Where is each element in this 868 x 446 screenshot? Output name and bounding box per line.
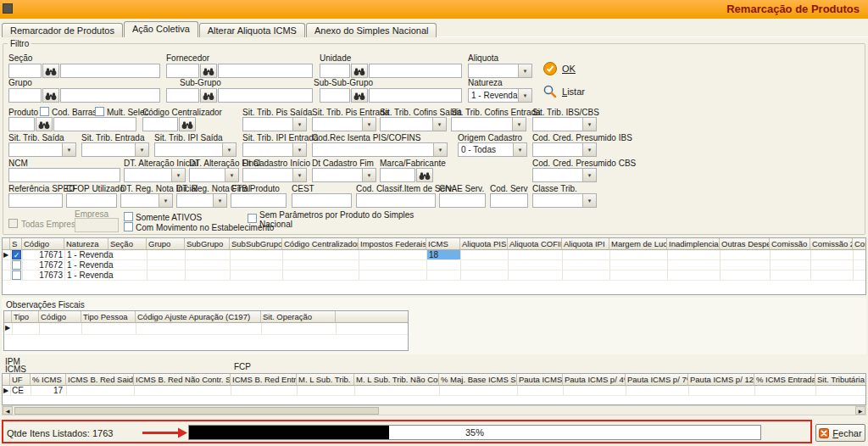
- grid-header-subsubgrupo[interactable]: SubSubGrupo: [230, 238, 282, 250]
- sit-trib-saida-combo[interactable]: ▼: [8, 142, 76, 157]
- grupo-desc-input[interactable]: [60, 88, 160, 103]
- grid-header-sit-operacao[interactable]: Sit. Operação: [261, 311, 336, 323]
- grid-header-codigo[interactable]: Código: [39, 311, 81, 323]
- pis-entrada-combo[interactable]: ▼: [312, 117, 376, 131]
- grid-header-natureza[interactable]: Natureza: [64, 238, 108, 250]
- chevron-down-icon[interactable]: ▼: [213, 194, 226, 207]
- listar-button[interactable]: Listar: [542, 84, 585, 99]
- secao-desc-input[interactable]: [60, 64, 160, 78]
- sem-parametros-checkbox[interactable]: [248, 214, 257, 223]
- secao-search-button[interactable]: [42, 64, 59, 78]
- somente-ativos-checkbox[interactable]: [124, 212, 133, 221]
- grid-header-aliquota-ipi[interactable]: Aliquota IPI: [562, 238, 609, 250]
- cod-serv-input[interactable]: [490, 193, 528, 208]
- grid-header-bred-nao-contr[interactable]: ICMS B. Red Não Contr. Saida: [134, 374, 231, 386]
- grid-header-grupo[interactable]: Grupo: [147, 238, 185, 250]
- grupo-code-input[interactable]: [8, 88, 42, 103]
- fechar-button[interactable]: Fechar: [815, 424, 865, 442]
- produto-search-button[interactable]: [36, 117, 53, 131]
- chevron-down-icon[interactable]: ▼: [362, 169, 376, 181]
- tab-acao-coletiva[interactable]: Ação Coletiva: [124, 21, 198, 37]
- grid-header-pauta-7[interactable]: Pauta ICMS p/ 7%: [626, 374, 688, 386]
- grid-header-sit-tributaria[interactable]: Sit. Tributária ICMS Saida: [815, 374, 866, 386]
- cell-codigo[interactable]: 17672: [22, 260, 63, 270]
- aliquota-combo[interactable]: ▼: [468, 64, 532, 78]
- grid-header-pauta-12[interactable]: Pauta ICMS p/ 12%: [688, 374, 754, 386]
- ipi-entrada-combo[interactable]: ▼: [242, 142, 307, 157]
- grid-header-tipo[interactable]: Tipo: [12, 311, 39, 323]
- unidade-search-button[interactable]: [351, 64, 368, 78]
- grid-header-aliquota-pis[interactable]: Aliquota PIS: [460, 238, 508, 250]
- grid-header-aliquota-cofins[interactable]: Aliquota COFINS: [508, 238, 562, 250]
- cell-natureza[interactable]: 1 - Revenda: [67, 260, 126, 270]
- row-select-checkbox[interactable]: [12, 260, 21, 270]
- dt-reg-nota-inicial-picker[interactable]: ▼: [120, 193, 173, 208]
- grid-header-bred-entr[interactable]: ICMS B. Red Entr: [231, 374, 297, 386]
- cod-classif-item-serv-input[interactable]: [356, 193, 436, 208]
- dt-cadastro-fim-picker[interactable]: ▼: [312, 168, 376, 182]
- grid-header-margem-lucro[interactable]: Margem de Lucro: [609, 238, 667, 250]
- cofins-saida-combo[interactable]: ▼: [380, 117, 447, 131]
- grid-header-codigo[interactable]: Código: [22, 238, 64, 250]
- pis-saida-combo[interactable]: ▼: [242, 117, 307, 131]
- marca-fabricante-search-button[interactable]: [416, 168, 433, 182]
- cofins-entrada-combo[interactable]: ▼: [451, 117, 526, 131]
- ok-button[interactable]: OK: [542, 61, 576, 76]
- dt-cadastro-inicio-picker[interactable]: ▼: [242, 168, 307, 182]
- grid-header-ml-sub-trib[interactable]: M. L Sub. Trib.: [297, 374, 354, 386]
- fornecedor-search-button[interactable]: [200, 64, 217, 78]
- grid-header-icms-entrada[interactable]: % ICMS Entrada: [754, 374, 815, 386]
- ctb-produto-input[interactable]: [231, 193, 287, 208]
- referencia-sped-input[interactable]: [8, 193, 63, 208]
- chevron-down-icon[interactable]: ▼: [518, 89, 531, 102]
- sub-sub-grupo-desc-input[interactable]: [369, 88, 462, 103]
- ncm-input[interactable]: [8, 168, 120, 182]
- grid-header-inadimplencia[interactable]: Inadimplencia: [667, 238, 720, 250]
- dt-alteracao-inicial-picker[interactable]: ▼: [124, 168, 186, 182]
- chevron-down-icon[interactable]: ▼: [292, 118, 306, 131]
- unidade-code-input[interactable]: [320, 64, 350, 78]
- grid-header-comissao-3[interactable]: Comissão 3: [853, 238, 866, 250]
- chevron-down-icon[interactable]: ▼: [292, 143, 306, 156]
- grid-header-pauta-4[interactable]: Pauta ICMS p/ 4%: [563, 374, 626, 386]
- chevron-down-icon[interactable]: ▼: [222, 143, 236, 156]
- table-row[interactable]: ▶: [4, 323, 408, 335]
- sub-sub-grupo-search-button[interactable]: [351, 88, 368, 103]
- table-row[interactable]: ▶ 17671 1 - Revenda 18: [3, 250, 865, 260]
- cfop-utilizado-input[interactable]: [66, 193, 117, 208]
- chevron-down-icon[interactable]: ▼: [433, 143, 447, 156]
- ibs-cbs-combo[interactable]: ▼: [532, 117, 597, 131]
- cell-codigo[interactable]: 17673: [22, 270, 63, 281]
- grid-header-impostos-federais[interactable]: Impostos Federais: [359, 238, 426, 250]
- marca-fabricante-input[interactable]: [380, 168, 415, 182]
- tab-alterar-aliquota-icms[interactable]: Alterar Aliquota ICMS: [199, 23, 305, 37]
- cred-presumido-cbs-combo[interactable]: ▼: [532, 168, 597, 182]
- row-select-checkbox[interactable]: [12, 270, 21, 280]
- chevron-down-icon[interactable]: ▼: [582, 194, 596, 207]
- grid-header-maj-base[interactable]: % Maj. Base ICMS Saída: [439, 374, 517, 386]
- grid-header-ml-sub-trib-nao-contr[interactable]: M. L Sub. Trib. Não Contr.: [354, 374, 439, 386]
- chevron-down-icon[interactable]: ▼: [292, 169, 306, 181]
- natureza-combo[interactable]: 1 - Revenda▼: [468, 88, 532, 103]
- table-row[interactable]: ▶ CE 17: [3, 386, 865, 396]
- chevron-down-icon[interactable]: ▼: [512, 118, 526, 131]
- grid-header-secao[interactable]: Seção: [108, 238, 147, 250]
- cred-presumido-ibs-combo[interactable]: ▼: [532, 142, 597, 157]
- table-row[interactable]: 17673 1 - Revenda: [3, 270, 865, 281]
- cell-natureza[interactable]: 1 - Revenda: [67, 270, 126, 281]
- grid-header-tipo-pessoa[interactable]: Tipo Pessoa: [81, 311, 136, 323]
- tab-remarcador-de-produtos[interactable]: Remarcador de Produtos: [2, 23, 123, 37]
- chevron-down-icon[interactable]: ▼: [582, 143, 596, 156]
- unidade-desc-input[interactable]: [369, 64, 462, 78]
- cod-rec-isenta-combo[interactable]: ▼: [312, 142, 448, 157]
- chevron-down-icon[interactable]: ▼: [171, 169, 185, 181]
- ipi-saida-combo[interactable]: ▼: [154, 142, 236, 157]
- secao-code-input[interactable]: [8, 64, 42, 78]
- mult-selec-checkbox[interactable]: [95, 107, 104, 116]
- tab-anexo-simples-nacional[interactable]: Anexo do Simples Nacional: [306, 23, 437, 37]
- chevron-down-icon[interactable]: ▼: [362, 118, 376, 131]
- produto-code-input[interactable]: [8, 117, 35, 131]
- grid-header-comissao-2[interactable]: Comissão 2: [810, 238, 853, 250]
- com-movimento-checkbox[interactable]: [124, 222, 133, 231]
- fornecedor-desc-input[interactable]: [218, 64, 313, 78]
